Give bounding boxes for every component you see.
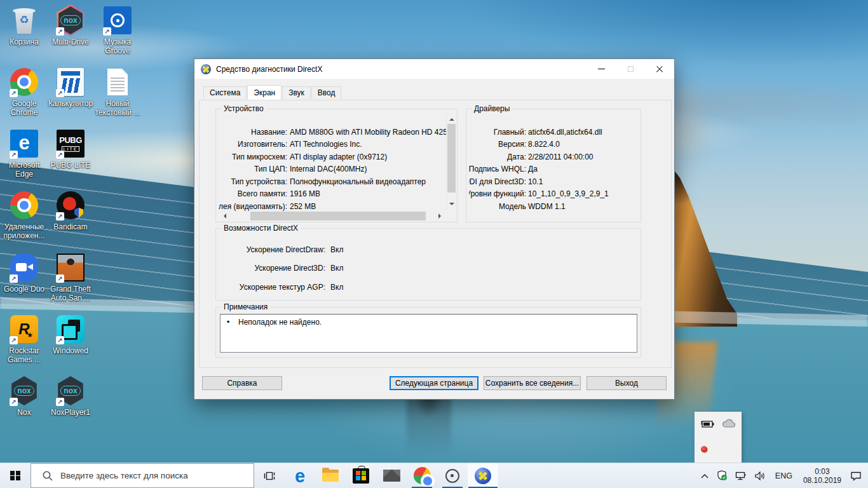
desktop-icon-pubg-lite[interactable]: PUBGLITE ↗ PUBG LITE	[46, 128, 95, 170]
taskbar-file-explorer[interactable]	[315, 463, 346, 488]
taskbar-dxdiag[interactable]	[468, 463, 498, 488]
desktop-icon-google-duo[interactable]: ↗ Google Duo	[0, 252, 48, 294]
show-hidden-icons-button[interactable]	[696, 463, 713, 488]
file-explorer-icon	[322, 470, 339, 482]
device-group: Устройство Название:AMD M880G with ATI M…	[215, 109, 458, 222]
desktop-icon-calculator[interactable]: ↗ Калькулятор	[46, 67, 95, 108]
desktop-icon-windowed[interactable]: ↗ Windowed	[46, 314, 95, 355]
taskbar: e	[0, 463, 868, 488]
minimize-button[interactable]	[587, 59, 616, 79]
volume-icon	[754, 471, 766, 481]
desktop-icon-google-chrome[interactable]: ↗ GoogleChrome	[0, 67, 48, 117]
taskbar-microsoft-store[interactable]	[346, 463, 376, 488]
task-view-icon	[264, 471, 275, 481]
desktop-icon-nox[interactable]: nox ↗ Nox	[0, 376, 48, 417]
groove-icon	[445, 469, 459, 483]
volume-tray-button[interactable]	[750, 463, 770, 488]
shortcut-arrow-icon: ↗	[56, 89, 64, 97]
chevron-up-icon	[700, 473, 709, 479]
desktop-icon-remote-apps[interactable]: Удаленныеприложен...	[0, 190, 48, 240]
device-row: Тип микросхем:ATI display adapter (0x971…	[219, 151, 442, 163]
system-tray: ENG 0:03 08.10.2019	[696, 463, 868, 488]
desktop-icon-groove-music[interactable]: ↗ МузыкаGroove	[93, 5, 142, 55]
taskbar-search[interactable]	[31, 463, 254, 488]
language-indicator[interactable]: ENG	[770, 463, 798, 488]
save-all-info-button[interactable]: Сохранить все сведения...	[484, 376, 581, 390]
shortcut-arrow-icon: ↗	[56, 274, 64, 283]
horizontal-scrollbar[interactable]	[219, 211, 445, 221]
desktop-icon-recycle-bin[interactable]: ♻ Корзина	[0, 5, 48, 46]
icon-label: МузыкаGroove	[93, 37, 142, 55]
desktop-icon-text-document[interactable]: Новыйтекстовый ...	[93, 67, 142, 117]
features-group-legend: Возможности DirectX	[221, 224, 301, 233]
shortcut-arrow-icon: ↗	[10, 274, 18, 283]
security-shield-icon	[717, 470, 728, 481]
search-input[interactable]	[31, 464, 254, 487]
dxdiag-icon	[475, 468, 491, 484]
start-button[interactable]	[0, 463, 31, 488]
desktop-icon-multi-drive[interactable]: nox ↗ Multi-Drive	[46, 5, 95, 46]
battery-icon[interactable]	[700, 419, 715, 428]
minimize-icon	[598, 69, 605, 69]
network-tray-button[interactable]	[731, 463, 750, 488]
taskbar-groove[interactable]	[437, 463, 468, 488]
window-title: Средство диагностики DirectX	[216, 65, 322, 74]
icon-label: Grand TheftAuto San ...	[46, 285, 95, 302]
tab-input[interactable]: Ввод	[311, 86, 342, 99]
text-document-icon	[107, 69, 128, 95]
defender-tray-button[interactable]	[713, 463, 731, 488]
tab-system[interactable]: Система	[203, 86, 247, 99]
action-center-button[interactable]	[846, 463, 865, 488]
device-info-list: Название:AMD M880G with ATI Mobility Rad…	[219, 126, 442, 213]
icon-label: GoogleChrome	[0, 99, 48, 117]
clock[interactable]: 0:03 08.10.2019	[798, 463, 846, 488]
desktop-icon-rockstar-games[interactable]: R★ ↗ RockstarGames ...	[0, 314, 48, 364]
scrollbar-thumb[interactable]	[447, 124, 456, 193]
scroll-up-icon[interactable]	[449, 116, 454, 121]
desktop-icon-noxplayer1[interactable]: nox ↗ NoxPlayer1	[46, 376, 95, 417]
scroll-right-icon[interactable]	[438, 214, 444, 219]
action-center-icon	[850, 471, 862, 481]
network-icon	[735, 471, 747, 480]
shortcut-arrow-icon: ↗	[10, 398, 18, 406]
taskbar-chrome[interactable]	[407, 463, 437, 488]
shortcut-arrow-icon: ↗	[10, 151, 18, 159]
driver-row: Подпись WHQL:Да	[469, 163, 638, 176]
close-icon	[655, 65, 664, 74]
feature-row: Ускорение DirectDraw:Вкл	[219, 240, 625, 259]
scroll-left-icon[interactable]	[221, 214, 226, 219]
icon-label: MicrosoftEdge	[0, 161, 48, 179]
taskbar-edge[interactable]: e	[285, 463, 315, 488]
tab-display[interactable]: Экран	[247, 85, 281, 100]
desktop-icon-bandicam[interactable]: ↗ Bandicam	[46, 190, 95, 231]
drivers-group-legend: Драйверы	[471, 104, 512, 113]
next-page-button[interactable]: Следующая страница	[390, 376, 478, 390]
vertical-scrollbar[interactable]	[446, 113, 456, 210]
scrollbar-thumb[interactable]	[250, 212, 426, 220]
feature-row: Ускорение Direct3D:Вкл	[219, 259, 625, 278]
maximize-icon	[628, 66, 634, 72]
exit-button[interactable]: Выход	[587, 376, 667, 390]
help-button[interactable]: Справка	[202, 376, 282, 390]
driver-row: МодельWDDM 1.1	[469, 200, 638, 213]
taskbar-mail[interactable]	[376, 463, 407, 488]
title-bar: Средство диагностики DirectX	[194, 59, 674, 79]
directx-features-group: Возможности DirectX Ускорение DirectDraw…	[215, 228, 641, 301]
notes-textbox[interactable]: Неполадок не найдено.	[220, 314, 637, 353]
onedrive-cloud-icon[interactable]	[721, 419, 736, 429]
close-button[interactable]	[645, 59, 674, 79]
icon-label: Корзина	[0, 37, 48, 46]
icon-label: Nox	[0, 408, 48, 417]
features-list: Ускорение DirectDraw:Вкл Ускорение Direc…	[219, 240, 625, 297]
desktop-icon-microsoft-edge[interactable]: e ↗ MicrosoftEdge	[0, 128, 48, 179]
store-icon	[353, 468, 369, 484]
icon-label: Удаленныеприложен...	[0, 222, 48, 240]
tab-sound[interactable]: Звук	[282, 86, 311, 99]
driver-row: Уровни функций:10_1,10_0,9_3,9_2,9_1	[469, 188, 638, 201]
clock-time: 0:03	[803, 467, 841, 476]
desktop-icon-gta-san-andreas[interactable]: ↗ Grand TheftAuto San ...	[46, 252, 95, 302]
scroll-down-icon[interactable]	[449, 203, 454, 208]
bandicam-tray-icon[interactable]	[701, 446, 707, 452]
shortcut-arrow-icon: ↗	[10, 89, 18, 97]
task-view-button[interactable]	[254, 463, 285, 488]
